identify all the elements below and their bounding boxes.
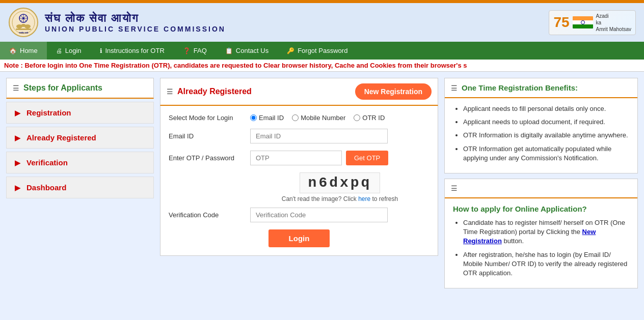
login-btn-row: Login (169, 229, 430, 247)
radio-email[interactable]: Email ID (250, 114, 284, 122)
center-panel-header: ☰ Already Registered New Registration (160, 78, 438, 106)
nav-contact[interactable]: 📋 Contact Us (216, 42, 278, 60)
contact-icon: 📋 (225, 47, 233, 54)
captcha-image: n6dxpq (300, 172, 381, 193)
email-input[interactable] (250, 129, 388, 143)
step-arrow-2: ▶ (15, 134, 20, 142)
hindi-title: संघ लोक सेवा आयोग (45, 12, 226, 25)
otp-label: Enter OTP / Password (169, 154, 250, 162)
center-header-left: ☰ Already Registered (167, 87, 252, 96)
otp-input[interactable] (250, 151, 342, 165)
login-mode-row: Select Mode for Login Email ID Mobile Nu… (169, 114, 430, 122)
login-icon: 🖨 (56, 47, 62, 54)
benefit-item-3: OTR Information is digitally available a… (463, 131, 629, 140)
center-panel: ☰ Already Registered New Registration Se… (160, 78, 438, 294)
radio-mobile-input[interactable] (292, 114, 299, 121)
emblem-logo: सत्यमेव जयते (8, 7, 39, 38)
nav-login[interactable]: 🖨 Login (47, 42, 91, 60)
azadi-text: Azadi ka Amrit Mahotsav (596, 13, 631, 33)
center-title: Already Registered (177, 87, 252, 96)
password-icon: 🔑 (287, 47, 294, 54)
nav-forgot-password[interactable]: 🔑 Forgot Password (278, 42, 357, 60)
how-apply-section: ☰ How to apply for Online Application? C… (444, 179, 638, 288)
nav-home[interactable]: 🏠 Home (0, 42, 47, 60)
login-mode-radio-group: Email ID Mobile Number OTR ID (250, 114, 385, 122)
step-registration[interactable]: ▶ Registration (6, 102, 154, 124)
step-arrow-3: ▶ (15, 159, 20, 167)
step-verification[interactable]: ▶ Verification (6, 152, 154, 173)
captcha-section: n6dxpq Can't read the image? Click here … (250, 172, 430, 202)
step-arrow-4: ▶ (15, 184, 20, 192)
nav-instructions[interactable]: ℹ Instructions for OTR (91, 42, 174, 60)
otp-row: Enter OTP / Password Get OTP (169, 151, 430, 165)
benefits-section: ☰ One Time Registration Benefits: Applic… (444, 78, 638, 173)
how-apply-item-1: Candidate has to register himself/ herse… (463, 218, 629, 246)
benefits-hamburger-icon: ☰ (451, 84, 458, 92)
benefits-title: One Time Registration Benefits: (462, 83, 578, 92)
captcha-refresh-link[interactable]: here (358, 195, 370, 202)
how-apply-body: How to apply for Online Application? Can… (445, 198, 637, 288)
benefits-list: Applicant needs to fill personal details… (453, 104, 629, 163)
site-header: सत्यमेव जयते संघ लोक सेवा आयोग UNION PUB… (0, 3, 644, 42)
home-icon: 🏠 (9, 47, 17, 54)
main-content: ☰ Steps for Applicants ▶ Registration ▶ … (0, 72, 644, 300)
email-label: Email ID (169, 132, 250, 140)
svg-text:सत्यमेव जयते: सत्यमेव जयते (18, 32, 29, 34)
login-form: Select Mode for Login Email ID Mobile Nu… (160, 106, 438, 256)
main-nav: 🏠 Home 🖨 Login ℹ Instructions for OTR ❓ … (0, 42, 644, 60)
step-already-registered[interactable]: ▶ Already Registered (6, 127, 154, 149)
nav-faq[interactable]: ❓ FAQ (174, 42, 216, 60)
center-hamburger-icon: ☰ (167, 88, 173, 96)
how-apply-header: ☰ (445, 179, 637, 198)
notice-bar: Note : Before login into One Time Regist… (0, 60, 644, 72)
header-left: सत्यमेव जयते संघ लोक सेवा आयोग UNION PUB… (8, 7, 226, 38)
verification-row: Verification Code (169, 208, 430, 222)
get-otp-button[interactable]: Get OTP (346, 151, 388, 165)
left-panel: ☰ Steps for Applicants ▶ Registration ▶ … (6, 78, 154, 294)
azadi-number: 75 (553, 14, 569, 31)
otp-input-group: Get OTP (250, 151, 388, 165)
steps-title: Steps for Applicants (23, 83, 102, 93)
step-dashboard[interactable]: ▶ Dashboard (6, 177, 154, 198)
radio-otr-input[interactable] (354, 114, 360, 121)
how-apply-hamburger-icon: ☰ (451, 184, 458, 192)
hamburger-icon: ☰ (13, 84, 19, 92)
header-right: 75 Azadi ka Amrit Mahotsav (549, 10, 636, 35)
new-registration-button[interactable]: New Registration (355, 83, 432, 100)
svg-point-10 (21, 24, 26, 27)
faq-icon: ❓ (183, 47, 191, 54)
info-icon: ℹ (100, 47, 102, 54)
verification-label: Verification Code (169, 211, 250, 219)
verification-input[interactable] (250, 208, 388, 222)
radio-email-input[interactable] (250, 114, 257, 121)
login-button[interactable]: Login (269, 229, 330, 247)
benefits-body: Applicant needs to fill personal details… (445, 98, 637, 173)
azadi-badge: 75 Azadi ka Amrit Mahotsav (549, 10, 636, 35)
how-apply-title: How to apply for Online Application? (453, 205, 629, 213)
svg-rect-11 (16, 28, 31, 30)
benefit-item-2: Applicant needs to upload document, if r… (463, 118, 629, 127)
benefits-header: ☰ One Time Registration Benefits: (445, 78, 637, 98)
how-apply-list: Candidate has to register himself/ herse… (453, 218, 629, 278)
benefit-item-1: Applicant needs to fill personal details… (463, 104, 629, 113)
captcha-refresh-text: Can't read the image? Click here to refr… (282, 195, 398, 202)
login-mode-label: Select Mode for Login (169, 114, 250, 122)
right-panel: ☰ One Time Registration Benefits: Applic… (444, 78, 638, 294)
radio-otr[interactable]: OTR ID (354, 114, 385, 122)
header-title: संघ लोक सेवा आयोग UNION PUBLIC SERVICE C… (45, 12, 226, 33)
steps-panel-header: ☰ Steps for Applicants (6, 78, 154, 99)
radio-mobile[interactable]: Mobile Number (292, 114, 345, 122)
how-apply-item-2: After registration, he/she has to login … (463, 250, 629, 278)
how-apply-new-reg-link[interactable]: New Registration (463, 228, 596, 245)
step-arrow-1: ▶ (15, 109, 20, 117)
email-row: Email ID (169, 129, 430, 143)
benefit-item-4: OTR Information get automatically popula… (463, 144, 629, 163)
english-title: UNION PUBLIC SERVICE COMMISSION (45, 25, 226, 33)
